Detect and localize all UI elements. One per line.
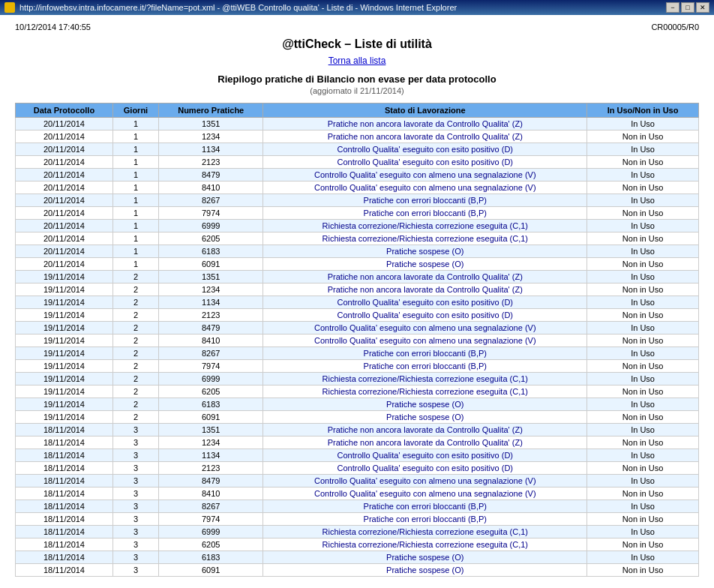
table-row: 20/11/201411234Pratiche non ancora lavor… xyxy=(16,130,699,143)
table-cell: Non in Uso xyxy=(587,360,699,373)
table-cell: 2 xyxy=(112,284,158,296)
table-row: 18/11/201436999Richiesta correzione/Rich… xyxy=(16,526,699,538)
table-cell: Controllo Qualita' eseguito con esito po… xyxy=(263,296,587,309)
data-table: Data Protocollo Giorni Numero Pratiche S… xyxy=(15,103,699,577)
table-row: 19/11/201426999Richiesta correzione/Rich… xyxy=(16,373,699,386)
table-cell: 1 xyxy=(112,207,158,220)
table-row: 19/11/201428479Controllo Qualita' esegui… xyxy=(16,322,699,334)
table-cell: Pratiche sospese (O) xyxy=(263,564,587,577)
table-cell: Non in Uso xyxy=(587,411,699,424)
table-cell: 3 xyxy=(112,488,158,500)
table-cell: Non in Uso xyxy=(587,513,699,526)
table-row: 18/11/201438267Pratiche con errori blocc… xyxy=(16,500,699,513)
table-cell: Richiesta correzione/Richiesta correzion… xyxy=(263,220,587,232)
col-in-uso: In Uso/Non in Uso xyxy=(587,104,699,118)
table-row: 20/11/201416205Richiesta correzione/Rich… xyxy=(16,232,699,245)
table-cell: Pratiche non ancora lavorate da Controll… xyxy=(263,271,587,284)
table-cell: 7974 xyxy=(159,360,263,373)
table-cell: 19/11/2014 xyxy=(16,373,113,386)
table-row: 20/11/201411351Pratiche non ancora lavor… xyxy=(16,118,699,130)
table-row: 18/11/201438479Controllo Qualita' esegui… xyxy=(16,475,699,488)
table-cell: 6999 xyxy=(159,220,263,232)
table-cell: 1234 xyxy=(159,436,263,449)
table-cell: 2 xyxy=(112,373,158,386)
table-cell: Pratiche sospese (O) xyxy=(263,411,587,424)
table-cell: 3 xyxy=(112,424,158,436)
table-cell: 8410 xyxy=(159,488,263,500)
table-cell: 2 xyxy=(112,360,158,373)
browser-icon xyxy=(4,2,15,13)
table-row: 18/11/201431134Controllo Qualita' esegui… xyxy=(16,449,699,462)
table-cell: 19/11/2014 xyxy=(16,296,113,309)
table-cell: Non in Uso xyxy=(587,284,699,296)
table-cell: 18/11/2014 xyxy=(16,462,113,475)
table-row: 20/11/201416183Pratiche sospese (O)In Us… xyxy=(16,245,699,258)
table-cell: Controllo Qualita' eseguito con esito po… xyxy=(263,462,587,475)
table-cell: 1 xyxy=(112,232,158,245)
section-title: Riepilogo pratiche di Bilancio non evase… xyxy=(15,74,699,85)
table-cell: In Uso xyxy=(587,347,699,360)
minimize-button[interactable]: − xyxy=(666,2,680,13)
table-cell: 3 xyxy=(112,449,158,462)
table-cell: In Uso xyxy=(587,245,699,258)
table-row: 19/11/201428267Pratiche con errori blocc… xyxy=(16,347,699,360)
table-cell: Richiesta correzione/Richiesta correzion… xyxy=(263,232,587,245)
table-cell: 1 xyxy=(112,143,158,156)
table-row: 20/11/201418410Controllo Qualita' esegui… xyxy=(16,182,699,194)
table-cell: Pratiche non ancora lavorate da Controll… xyxy=(263,424,587,436)
table-cell: 19/11/2014 xyxy=(16,360,113,373)
table-cell: 1 xyxy=(112,194,158,207)
table-cell: Controllo Qualita' eseguito con almeno u… xyxy=(263,322,587,334)
table-cell: In Uso xyxy=(587,194,699,207)
table-row: 18/11/201432123Controllo Qualita' esegui… xyxy=(16,462,699,475)
table-cell: Controllo Qualita' eseguito con esito po… xyxy=(263,156,587,169)
section-subtitle: (aggiornato il 21/11/2014) xyxy=(15,86,699,95)
back-link[interactable]: Torna alla lista xyxy=(328,56,386,66)
table-row: 19/11/201422123Controllo Qualita' esegui… xyxy=(16,309,699,322)
table-cell: 1 xyxy=(112,258,158,271)
table-cell: Non in Uso xyxy=(587,386,699,398)
table-cell: Non in Uso xyxy=(587,156,699,169)
table-row: 20/11/201412123Controllo Qualita' esegui… xyxy=(16,156,699,169)
table-cell: Non in Uso xyxy=(587,436,699,449)
table-cell: 8267 xyxy=(159,500,263,513)
table-cell: 8479 xyxy=(159,475,263,488)
table-cell: 1 xyxy=(112,220,158,232)
table-cell: 1351 xyxy=(159,424,263,436)
table-cell: In Uso xyxy=(587,475,699,488)
table-cell: 20/11/2014 xyxy=(16,258,113,271)
table-cell: 2 xyxy=(112,309,158,322)
table-cell: 19/11/2014 xyxy=(16,284,113,296)
table-cell: 6091 xyxy=(159,411,263,424)
table-cell: 1351 xyxy=(159,271,263,284)
table-cell: 20/11/2014 xyxy=(16,169,113,182)
table-cell: 2 xyxy=(112,411,158,424)
maximize-button[interactable]: □ xyxy=(681,2,694,13)
table-row: 20/11/201418479Controllo Qualita' esegui… xyxy=(16,169,699,182)
table-cell: 20/11/2014 xyxy=(16,245,113,258)
table-row: 20/11/201416091Pratiche sospese (O)Non i… xyxy=(16,258,699,271)
table-cell: 19/11/2014 xyxy=(16,322,113,334)
table-cell: 8267 xyxy=(159,194,263,207)
table-cell: 19/11/2014 xyxy=(16,411,113,424)
table-cell: Non in Uso xyxy=(587,564,699,577)
table-cell: In Uso xyxy=(587,424,699,436)
table-cell: 18/11/2014 xyxy=(16,513,113,526)
table-row: 18/11/201438410Controllo Qualita' esegui… xyxy=(16,488,699,500)
table-row: 18/11/201437974Pratiche con errori blocc… xyxy=(16,513,699,526)
table-cell: 2 xyxy=(112,271,158,284)
table-cell: Pratiche non ancora lavorate da Controll… xyxy=(263,118,587,130)
table-cell: 18/11/2014 xyxy=(16,564,113,577)
table-cell: 18/11/2014 xyxy=(16,488,113,500)
close-button[interactable]: ✕ xyxy=(696,2,710,13)
table-cell: 6183 xyxy=(159,245,263,258)
table-cell: 1 xyxy=(112,245,158,258)
col-data-protocollo: Data Protocollo xyxy=(16,104,113,118)
table-cell: 20/11/2014 xyxy=(16,194,113,207)
table-cell: 20/11/2014 xyxy=(16,232,113,245)
table-cell: In Uso xyxy=(587,449,699,462)
table-cell: 18/11/2014 xyxy=(16,475,113,488)
table-cell: Richiesta correzione/Richiesta correzion… xyxy=(263,386,587,398)
table-cell: Controllo Qualita' eseguito con almeno u… xyxy=(263,334,587,347)
col-stato-lavorazione: Stato di Lavorazione xyxy=(263,104,587,118)
